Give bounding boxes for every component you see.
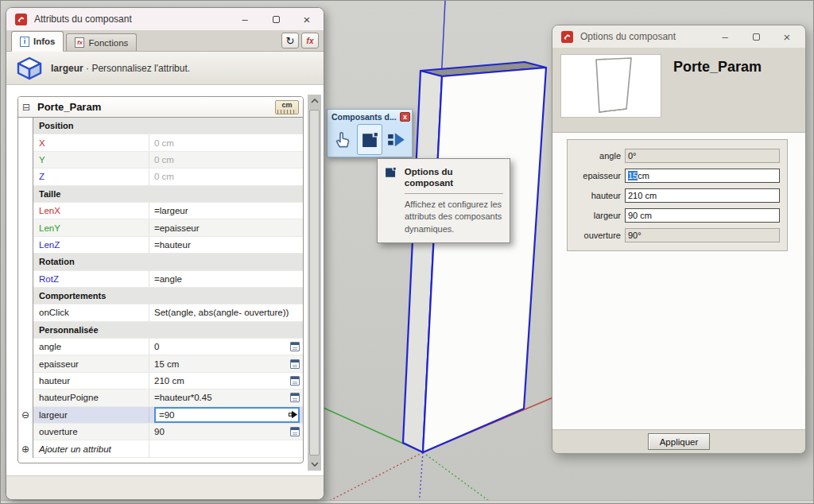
attribute-details-icon[interactable] xyxy=(290,427,300,436)
row-margin-cell xyxy=(18,322,33,339)
attribute-row[interactable]: ouverture90 xyxy=(18,424,303,440)
section-row: Taille xyxy=(18,186,303,203)
row-margin-cell xyxy=(18,373,33,390)
attribute-row[interactable]: X0 cm xyxy=(18,134,303,151)
maximize-icon xyxy=(753,33,760,41)
attribute-value[interactable]: =hauteur*0.45 xyxy=(149,390,303,405)
component-attributes-tool-button[interactable] xyxy=(384,124,409,155)
attribute-row[interactable]: hauteurPoigne=hauteur*0.45 xyxy=(18,390,303,406)
sketchup-logo-icon xyxy=(561,31,573,43)
attribute-value[interactable]: 15 cm xyxy=(149,355,303,371)
expand-add-icon[interactable]: ⊕ xyxy=(18,440,33,457)
component-options-icon xyxy=(384,165,397,179)
add-attribute-inner: Ajouter un attribut xyxy=(33,440,303,457)
attribute-value[interactable]: 0 xyxy=(149,339,303,355)
detach-arrow-icon[interactable] xyxy=(288,409,298,420)
minimize-button[interactable]: – xyxy=(713,28,737,45)
field-label-hauteur: hauteur xyxy=(568,191,625,200)
attribute-row[interactable]: LenX=largeur xyxy=(18,203,303,219)
component-cube-icon xyxy=(16,56,43,80)
attribute-row[interactable]: ⊖largeur=90 xyxy=(18,407,303,424)
options-titlebar[interactable]: Options du composant – × xyxy=(552,25,805,48)
options-field-row: largeur90 cm xyxy=(568,205,787,225)
attribute-value[interactable]: 0 cm xyxy=(149,134,303,150)
vertical-scrollbar[interactable] xyxy=(308,95,321,471)
attribute-value[interactable]: =angle xyxy=(149,271,303,287)
minimize-button[interactable]: – xyxy=(233,10,257,28)
info-separator: · xyxy=(86,63,89,74)
scroll-down-button[interactable] xyxy=(308,458,321,471)
field-input-angle: 0° xyxy=(625,149,780,163)
attribute-row[interactable]: Y0 cm xyxy=(18,152,303,169)
scroll-up-button[interactable] xyxy=(308,95,321,107)
component-header-row[interactable]: ⊟ Porte_Param cm xyxy=(18,97,303,118)
info-icon: i xyxy=(20,37,29,47)
attribute-value[interactable]: =largeur xyxy=(149,203,303,219)
attribute-value-text: 90 xyxy=(154,427,165,436)
close-button[interactable]: × xyxy=(295,10,319,28)
attribute-row-inner: hauteurPoigne=hauteur*0.45 xyxy=(33,390,303,406)
attribute-name: ouverture xyxy=(33,424,149,440)
attribute-value-text: 0 xyxy=(154,342,159,351)
attributes-titlebar[interactable]: Attributs du composant – × xyxy=(6,8,324,30)
close-button[interactable]: × xyxy=(775,28,799,45)
attribute-edit-field[interactable]: =90 xyxy=(154,407,300,423)
component-options-tool-button[interactable] xyxy=(357,124,382,155)
options-field-row: ouverture90° xyxy=(568,225,787,245)
attribute-row[interactable]: Z0 cm xyxy=(18,169,303,185)
attribute-name: Y xyxy=(33,152,149,168)
attribute-details-icon[interactable] xyxy=(290,359,300,369)
maximize-button[interactable] xyxy=(744,28,768,45)
toolbar-title: Composants d... xyxy=(331,112,397,122)
tab-infos[interactable]: i Infos xyxy=(11,31,64,52)
attribute-row[interactable]: epaisseur15 cm xyxy=(18,355,303,372)
section-header: Rotation xyxy=(33,254,303,270)
attribute-value[interactable]: =hauteur xyxy=(149,237,303,253)
attribute-value[interactable]: 90 xyxy=(149,424,303,440)
attribute-value[interactable]: =90 xyxy=(149,407,303,423)
attribute-value[interactable]: 0 cm xyxy=(149,169,303,184)
attribute-name: hauteurPoigne xyxy=(33,390,149,405)
attribute-row[interactable]: onClickSet(angle, abs(angle- ouverture)) xyxy=(18,304,303,321)
attribute-row[interactable]: LenZ=hauteur xyxy=(18,237,303,254)
attribute-value[interactable]: 210 cm xyxy=(149,373,303,389)
attribute-row[interactable]: angle0 xyxy=(18,339,303,355)
add-attribute-label: Ajouter un attribut xyxy=(33,440,149,456)
field-input-largeur[interactable]: 90 cm xyxy=(625,208,780,223)
collapse-row-icon[interactable]: ⊖ xyxy=(18,407,33,424)
row-margin-cell xyxy=(18,304,33,321)
chevron-up-icon xyxy=(311,99,319,103)
tab-fonctions[interactable]: fx Fonctions xyxy=(66,33,137,51)
attribute-value[interactable]: 0 cm xyxy=(149,152,303,168)
attribute-details-icon[interactable] xyxy=(290,393,300,402)
apply-button[interactable]: Appliquer xyxy=(648,433,710,450)
tab-infos-label: Infos xyxy=(33,37,55,46)
field-input-hauteur[interactable]: 210 cm xyxy=(625,188,780,203)
collapse-component-icon[interactable]: ⊟ xyxy=(18,102,34,113)
toolbar-titlebar[interactable]: Composants d... x xyxy=(328,110,412,122)
maximize-button[interactable] xyxy=(264,10,288,28)
chevron-down-icon xyxy=(311,462,319,467)
interact-tool-button[interactable] xyxy=(330,124,355,155)
tooltip-body: Affichez et configurez les attributs des… xyxy=(405,199,503,235)
attribute-row-inner: X0 cm xyxy=(33,134,303,151)
section-header: Taille xyxy=(33,186,303,203)
attribute-value[interactable]: Set(angle, abs(angle- ouverture)) xyxy=(149,304,303,320)
attribute-details-icon[interactable] xyxy=(290,342,300,351)
attribute-name: angle xyxy=(33,339,149,355)
interact-hand-icon xyxy=(332,130,353,150)
attribute-details-icon[interactable] xyxy=(290,376,300,386)
field-input-epaisseur[interactable]: 15 cm xyxy=(625,169,780,183)
toolbar-close-button[interactable]: x xyxy=(400,112,410,122)
refresh-button[interactable]: ↻ xyxy=(281,33,299,48)
toggle-formulas-button[interactable]: fx xyxy=(301,33,319,48)
door-component[interactable] xyxy=(403,62,546,452)
attribute-row[interactable]: hauteur210 cm xyxy=(18,373,303,390)
attribute-value[interactable]: =epaisseur xyxy=(149,219,303,235)
maximize-icon xyxy=(273,16,280,23)
units-button[interactable]: cm xyxy=(275,100,299,114)
scrollbar-thumb[interactable] xyxy=(309,110,320,456)
add-attribute-row[interactable]: ⊕Ajouter un attribut xyxy=(18,440,303,457)
attribute-row[interactable]: LenY=epaisseur xyxy=(18,219,303,236)
attribute-row[interactable]: RotZ=angle xyxy=(18,271,303,288)
